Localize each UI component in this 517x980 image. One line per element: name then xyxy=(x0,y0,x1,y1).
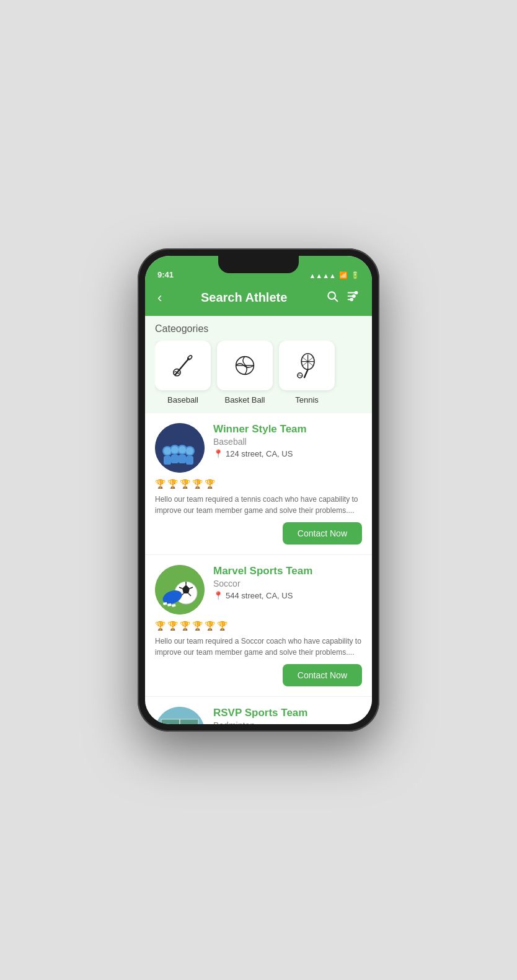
team-address-1: 544 street, CA, US xyxy=(226,591,293,600)
svg-point-32 xyxy=(186,447,193,455)
search-icon[interactable] xyxy=(326,290,338,305)
team-top-1: Marvel Sports Team Soccor 📍 544 street, … xyxy=(155,565,362,615)
svg-point-30 xyxy=(171,446,179,453)
wifi-icon: 📶 xyxy=(339,271,348,279)
trophy-5: 🏆 xyxy=(205,479,215,489)
team-card-1: Marvel Sports Team Soccor 📍 544 street, … xyxy=(145,555,372,697)
tennis-icon xyxy=(292,351,322,380)
trophy-1: 🏆 xyxy=(155,479,166,489)
basketball-icon xyxy=(230,351,260,380)
category-card-baseball[interactable] xyxy=(155,341,211,390)
team-ratings-1: 🏆 🏆 🏆 🏆 🏆 🏆 xyxy=(155,621,362,631)
team-avatar-0 xyxy=(155,423,205,473)
team-info-2: RSVP Sports Team Badminton 📍 544 street,… xyxy=(213,707,362,724)
phone-screen: 9:41 ▲▲▲▲ 📶 🔋 ‹ Search Athlete xyxy=(145,256,372,724)
category-label-baseball: Baseball xyxy=(167,395,198,405)
svg-rect-22 xyxy=(164,456,171,465)
categories-list: Baseball Basket Ball xyxy=(155,341,362,409)
category-label-tennis: Tennis xyxy=(295,395,319,405)
svg-line-1 xyxy=(335,299,338,302)
svg-line-18 xyxy=(304,369,308,377)
svg-point-31 xyxy=(179,446,186,453)
category-item-tennis[interactable]: Tennis xyxy=(279,341,335,405)
page-title: Search Athlete xyxy=(201,291,287,305)
team-location-1: 📍 544 street, CA, US xyxy=(213,591,362,600)
team-top-0: Winner Style Team Baseball 📍 124 street,… xyxy=(155,423,362,473)
team-name-1: Marvel Sports Team xyxy=(213,565,362,577)
trophy-3: 🏆 xyxy=(180,479,190,489)
trophy-2: 🏆 xyxy=(167,479,178,489)
team-address-0: 124 street, CA, US xyxy=(226,449,293,458)
team-card-0: Winner Style Team Baseball 📍 124 street,… xyxy=(145,413,372,555)
svg-point-5 xyxy=(355,292,358,294)
trophy-6: 🏆 xyxy=(217,621,228,631)
contact-button-1[interactable]: Contact Now xyxy=(283,664,362,686)
category-item-baseball[interactable]: Baseball xyxy=(155,341,211,405)
status-time: 9:41 xyxy=(157,270,174,279)
trophy-1: 🏆 xyxy=(155,621,166,631)
location-pin-icon: 📍 xyxy=(213,449,223,458)
team-top-2: RSVP Sports Team Badminton 📍 544 street,… xyxy=(155,707,362,724)
filter-icon[interactable] xyxy=(346,289,360,306)
team-info-0: Winner Style Team Baseball 📍 124 street,… xyxy=(213,423,362,473)
categories-title: Cateogories xyxy=(155,323,362,335)
categories-section: Cateogories xyxy=(145,316,372,413)
svg-point-7 xyxy=(350,299,353,301)
category-card-basketball[interactable] xyxy=(217,341,273,390)
team-avatar-1 xyxy=(155,565,205,615)
svg-rect-26 xyxy=(179,455,186,463)
trophy-4: 🏆 xyxy=(192,621,203,631)
team-sport-2: Badminton xyxy=(213,720,362,724)
svg-point-9 xyxy=(187,355,193,361)
team-location-0: 📍 124 street, CA, US xyxy=(213,449,362,458)
team-card-2: RSVP Sports Team Badminton 📍 544 street,… xyxy=(145,697,372,724)
trophy-3: 🏆 xyxy=(180,621,190,631)
team-list: Winner Style Team Baseball 📍 124 street,… xyxy=(145,413,372,724)
team-sport-1: Soccor xyxy=(213,579,362,588)
team-info-1: Marvel Sports Team Soccor 📍 544 street, … xyxy=(213,565,362,615)
signal-icon: ▲▲▲▲ xyxy=(309,272,336,279)
main-content: Cateogories xyxy=(145,316,372,724)
svg-rect-24 xyxy=(171,455,179,463)
svg-line-8 xyxy=(175,359,189,375)
category-card-tennis[interactable] xyxy=(279,341,335,390)
team-name-0: Winner Style Team xyxy=(213,423,362,435)
svg-point-6 xyxy=(353,295,355,297)
category-label-basketball: Basket Ball xyxy=(224,395,265,405)
battery-icon: 🔋 xyxy=(351,271,360,279)
location-pin-icon-1: 📍 xyxy=(213,591,223,600)
header: ‹ Search Athlete xyxy=(145,283,372,316)
back-button[interactable]: ‹ xyxy=(157,290,162,306)
team-sport-0: Baseball xyxy=(213,437,362,447)
phone-frame: 9:41 ▲▲▲▲ 📶 🔋 ‹ Search Athlete xyxy=(138,248,379,732)
team-description-1: Hello our team required a Soccor coach w… xyxy=(155,636,362,658)
team-description-0: Hello our team required a tennis coach w… xyxy=(155,494,362,516)
team-name-2: RSVP Sports Team xyxy=(213,707,362,719)
notch xyxy=(218,256,299,273)
team-ratings-0: 🏆 🏆 🏆 🏆 🏆 xyxy=(155,479,362,489)
contact-button-0[interactable]: Contact Now xyxy=(283,522,362,545)
team-avatar-2 xyxy=(155,707,205,724)
baseball-icon xyxy=(168,351,198,380)
category-item-basketball[interactable]: Basket Ball xyxy=(217,341,273,405)
trophy-2: 🏆 xyxy=(167,621,178,631)
trophy-4: 🏆 xyxy=(192,479,203,489)
svg-point-29 xyxy=(164,447,171,455)
status-icons: ▲▲▲▲ 📶 🔋 xyxy=(309,271,360,279)
header-actions xyxy=(326,289,360,306)
svg-rect-28 xyxy=(186,456,193,465)
trophy-5: 🏆 xyxy=(205,621,215,631)
